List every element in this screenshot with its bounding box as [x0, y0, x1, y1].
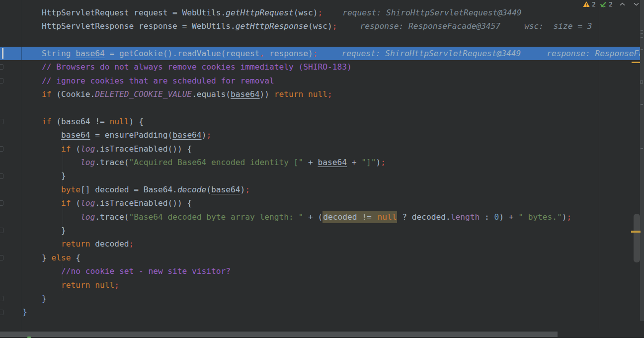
code-token: = getCookie().readValue(request [105, 49, 260, 58]
indent [22, 226, 61, 235]
code-token: HttpServletRequest request = WebUtils. [42, 8, 226, 17]
code-line[interactable] [0, 33, 641, 46]
indent [22, 253, 42, 262]
code-line[interactable]: } [0, 169, 641, 182]
code-line[interactable]: return null; [0, 278, 641, 292]
code-token: log [80, 212, 95, 222]
code-line[interactable]: base64 = ensurePadding(base64); [0, 128, 641, 142]
code-token: byte [61, 185, 80, 194]
ide-editor-window: HttpServletRequest request = WebUtils.ge… [0, 0, 644, 338]
indent [22, 144, 61, 154]
code-token: ) + [499, 212, 518, 222]
gutter-icon[interactable] [0, 173, 3, 179]
indent [22, 130, 61, 140]
chevron-down-icon[interactable] [633, 2, 640, 6]
code-editor-area[interactable]: HttpServletRequest request = WebUtils.ge… [0, 6, 641, 329]
indent [22, 21, 42, 31]
horizontal-scrollbar-thumb[interactable] [0, 332, 558, 337]
code-line[interactable]: if (Cookie.DELETED_COOKIE_VALUE.equals(b… [0, 87, 641, 101]
gutter-icon[interactable] [0, 255, 3, 260]
code-line[interactable]: if (base64 != null) { [0, 115, 641, 128]
code-token: return [61, 280, 90, 290]
chevron-up-icon[interactable] [619, 2, 626, 6]
debugger-inline-hint[interactable]: wsc: size = 3 [524, 21, 592, 31]
code-line[interactable]: } [0, 224, 641, 237]
code-line[interactable]: byte[] decoded = Base64.decode(base64); [0, 183, 641, 196]
gutter-icon[interactable] [0, 200, 3, 206]
code-line-current-execution[interactable]: String base64 = getCookie().readValue(re… [0, 47, 641, 60]
stripe-mark [641, 33, 643, 34]
code-line[interactable]: } else { [0, 251, 641, 264]
stripe-mark [641, 30, 643, 31]
code-token: return [61, 239, 90, 249]
stripe-mark [641, 104, 643, 105]
gutter-icon[interactable] [0, 228, 3, 233]
indent [22, 62, 42, 72]
code-token: .equals( [192, 89, 231, 99]
gutter-icon[interactable] [0, 119, 3, 124]
code-token: if [42, 89, 52, 99]
gutter-icon[interactable] [0, 296, 3, 301]
code-token: null [308, 89, 327, 99]
code-line[interactable] [0, 101, 641, 114]
code-token: base64 [76, 49, 104, 58]
code-token: ( [51, 117, 61, 126]
code-token: ( [71, 198, 80, 208]
code-token: response) [264, 49, 313, 58]
gutter-icon[interactable] [0, 310, 3, 315]
code-line[interactable]: return decoded; [0, 237, 641, 251]
warning-icon[interactable] [583, 1, 590, 7]
code-token: ; [129, 239, 134, 249]
typo-check-icon[interactable] [599, 0, 607, 8]
code-token: ) [202, 130, 207, 140]
warning-stripe-mark [631, 231, 641, 233]
code-token: ; [245, 185, 250, 194]
code-line[interactable]: //no cookie set - new site visitor? [0, 264, 641, 278]
code-token: // ignore cookies that are scheduled for… [42, 76, 274, 85]
code-token: "Acquired Base64 encoded identity [" [129, 158, 303, 167]
code-token: decoded [90, 239, 129, 249]
code-token: .trace( [95, 212, 129, 222]
indent [22, 212, 80, 222]
stripe-mark [640, 81, 643, 84]
indent [22, 294, 42, 303]
code-token: base64 [172, 130, 201, 140]
code-token: ; [567, 212, 572, 222]
code-token: base64 [231, 89, 259, 99]
indent [22, 198, 61, 208]
code-token: != [90, 117, 109, 126]
code-line[interactable]: } [0, 305, 641, 319]
gutter-icon[interactable] [0, 64, 3, 70]
code-token: " bytes." [518, 212, 562, 222]
error-stripe[interactable] [640, 0, 644, 321]
code-line[interactable]: } [0, 292, 641, 305]
debugger-inline-hint[interactable]: request: ShiroHttpServletRequest@3449 [342, 49, 521, 58]
code-line[interactable]: if (log.isTraceEnabled()) { [0, 196, 641, 210]
indent [22, 239, 61, 249]
code-line[interactable]: // Browsers do not always remove cookies… [0, 60, 641, 74]
code-token: if [42, 117, 52, 126]
debugger-inline-hint[interactable]: response: ResponseFa [547, 49, 641, 58]
inspections-widget[interactable]: 2 2 [583, 0, 640, 8]
code-line[interactable]: log.trace("Base64 decoded byte array len… [0, 210, 641, 224]
code-line[interactable]: if (log.isTraceEnabled()) { [0, 142, 641, 156]
indent [22, 49, 42, 58]
code-token [90, 280, 95, 290]
indent [22, 117, 42, 126]
code-line[interactable]: HttpServletResponse response = WebUtils.… [0, 19, 641, 33]
code-line[interactable]: // ignore cookies that are scheduled for… [0, 74, 641, 87]
debugger-inline-hint[interactable]: response: ResponseFacade@3457 [360, 21, 500, 31]
code-token: if [61, 198, 71, 208]
vertical-scrollbar-thumb[interactable] [634, 214, 640, 262]
code-token: ; [318, 8, 323, 17]
code-line[interactable]: HttpServletRequest request = WebUtils.ge… [0, 6, 641, 19]
code-token: log [80, 198, 95, 208]
gutter-icon[interactable] [0, 78, 3, 84]
indent [22, 280, 61, 290]
code-token: (Cookie. [51, 89, 95, 99]
gutter-icon[interactable] [0, 146, 3, 152]
code-token: ; [332, 21, 337, 31]
debugger-inline-hint[interactable]: request: ShiroHttpServletRequest@3449 [342, 8, 522, 17]
code-token: + ( [303, 212, 322, 222]
code-line[interactable]: log.trace("Acquired Base64 encoded ident… [0, 156, 641, 169]
